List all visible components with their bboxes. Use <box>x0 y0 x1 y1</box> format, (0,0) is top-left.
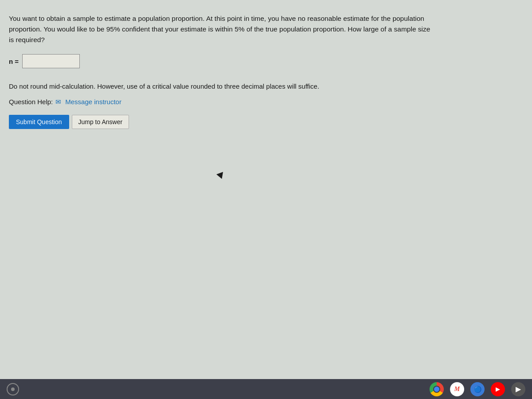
taskbar-left <box>7 383 19 395</box>
question-help-row: Question Help: ✉ Message instructor <box>9 98 523 106</box>
main-content: You want to obtain a sample to estimate … <box>0 0 532 379</box>
blue-app-icon[interactable]: 🔵 <box>470 382 485 396</box>
question-text: You want to obtain a sample to estimate … <box>9 13 434 45</box>
taskbar: M 🔵 ▶ ▶ <box>0 379 532 399</box>
input-row: n = <box>9 54 523 68</box>
cursor-pointer <box>216 172 225 180</box>
media-play-icon[interactable]: ▶ <box>511 382 525 396</box>
taskbar-circle-inner <box>11 387 15 391</box>
answer-input[interactable] <box>22 54 80 68</box>
input-label: n = <box>9 58 19 65</box>
mail-icon: ✉ <box>55 98 61 106</box>
message-instructor-link[interactable]: Message instructor <box>65 98 121 106</box>
chrome-icon[interactable] <box>430 382 444 396</box>
question-help-label: Question Help: <box>9 98 53 106</box>
youtube-icon[interactable]: ▶ <box>491 382 505 396</box>
taskbar-home-circle[interactable] <box>7 383 19 395</box>
buttons-row: Submit Question Jump to Answer <box>9 115 523 129</box>
submit-question-button[interactable]: Submit Question <box>9 115 69 129</box>
hint-text: Do not round mid-calculation. However, u… <box>9 82 434 92</box>
gmail-icon[interactable]: M <box>450 382 464 396</box>
jump-to-answer-button[interactable]: Jump to Answer <box>72 115 129 129</box>
